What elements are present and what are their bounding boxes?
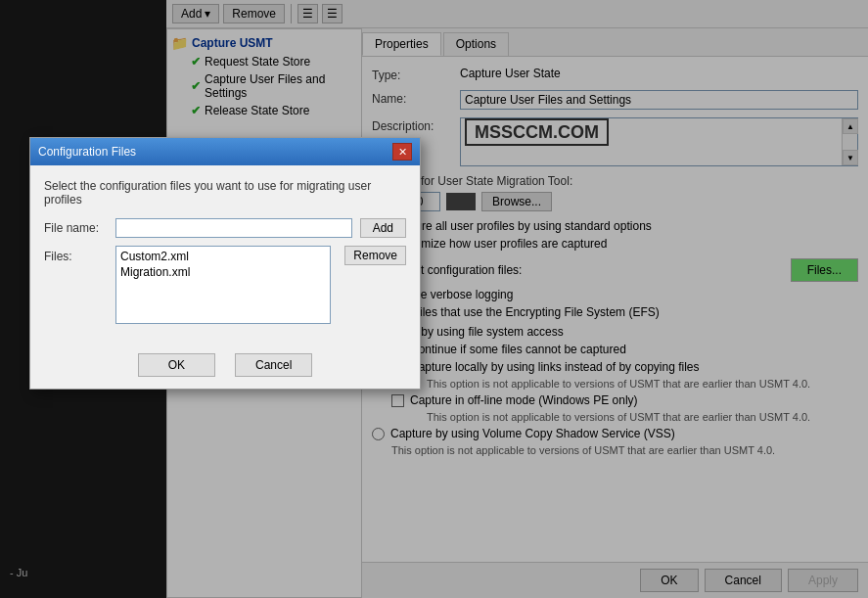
files-list[interactable]: Custom2.xml Migration.xml: [115, 246, 331, 324]
modal-ok-button[interactable]: OK: [138, 353, 215, 377]
modal-add-button[interactable]: Add: [360, 218, 406, 238]
modal-content: Select the configuration files you want …: [30, 165, 420, 345]
modal-title: Configuration Files: [38, 145, 136, 159]
file-item-0[interactable]: Custom2.xml: [118, 249, 328, 264]
file-name-input[interactable]: [115, 218, 352, 238]
modal-cancel-button[interactable]: Cancel: [235, 353, 312, 377]
file-item-label-0: Custom2.xml: [120, 250, 189, 263]
modal-remove-button[interactable]: Remove: [344, 246, 406, 265]
files-list-row: Files: Custom2.xml Migration.xml Remove: [44, 246, 406, 324]
modal-titlebar: Configuration Files ✕: [30, 138, 420, 165]
files-label: Files:: [44, 246, 108, 263]
modal-ok-label: OK: [168, 358, 185, 372]
file-item-label-1: Migration.xml: [120, 265, 190, 279]
modal-cancel-label: Cancel: [255, 358, 292, 372]
modal-footer: OK Cancel: [30, 345, 420, 389]
modal-close-button[interactable]: ✕: [392, 143, 412, 161]
modal-add-label: Add: [373, 221, 393, 235]
modal-dialog: Configuration Files ✕ Select the configu…: [29, 137, 421, 390]
modal-remove-label: Remove: [353, 249, 397, 262]
file-name-row: File name: Add: [44, 218, 406, 238]
modal-description: Select the configuration files you want …: [44, 179, 406, 207]
file-name-label: File name:: [44, 221, 108, 235]
file-item-1[interactable]: Migration.xml: [118, 264, 328, 280]
